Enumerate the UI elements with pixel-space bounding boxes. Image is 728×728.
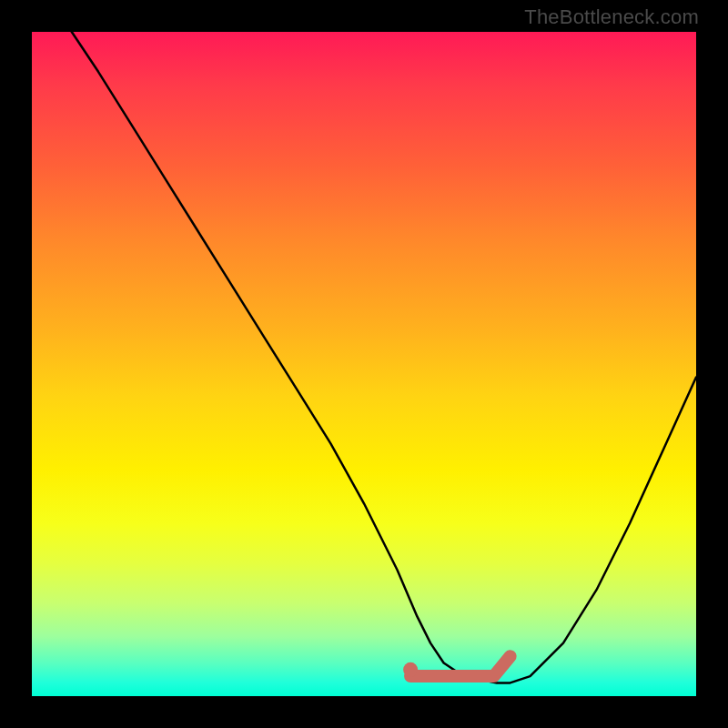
plot-area (32, 32, 696, 696)
watermark-text: TheBottleneck.com (524, 5, 699, 29)
chart-frame: TheBottleneck.com (0, 0, 728, 728)
svg-point-0 (403, 662, 418, 677)
optimum-marker (32, 32, 696, 696)
